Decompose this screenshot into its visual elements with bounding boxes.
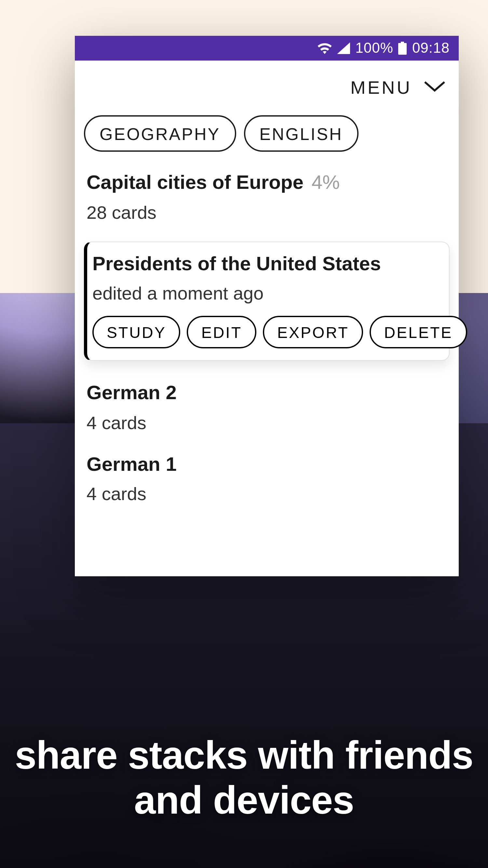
promo-tagline: share stacks with friends and devices: [0, 733, 488, 823]
export-button[interactable]: EXPORT: [263, 316, 363, 348]
menu-button-label[interactable]: MENU: [350, 78, 412, 98]
stack-subtitle: 28 cards: [87, 202, 447, 223]
stack-action-row: STUDY EDIT EXPORT DELETE: [92, 316, 444, 348]
stack-subtitle: edited a moment ago: [92, 283, 444, 304]
stack-title: German 2: [87, 380, 447, 405]
stack-list: GEOGRAPHY ENGLISH Capital cities of Euro…: [75, 103, 459, 576]
stack-item[interactable]: German 1 4 cards: [80, 440, 454, 511]
stack-item[interactable]: Capital cities of Europe 4% 28 cards: [80, 158, 454, 229]
signal-icon: [337, 42, 350, 54]
chevron-down-icon[interactable]: [424, 80, 446, 96]
stack-subtitle: 4 cards: [87, 412, 447, 433]
battery-icon: [398, 42, 407, 55]
stack-title: German 1: [87, 452, 447, 476]
stack-item[interactable]: German 2 4 cards: [80, 369, 454, 440]
phone-frame: 100% 09:18 MENU GEOGRAPHY ENGLISH Capita: [75, 36, 459, 306]
stack-title: Capital cities of Europe: [87, 171, 303, 193]
statusbar-time: 09:18: [412, 40, 450, 57]
wifi-icon: [318, 42, 332, 54]
study-button[interactable]: STUDY: [92, 316, 181, 348]
stack-progress: 4%: [312, 171, 340, 193]
device-screen: 100% 09:18 MENU GEOGRAPHY ENGLISH Capita: [75, 36, 459, 576]
delete-button[interactable]: DELETE: [370, 316, 467, 348]
tag-chip-row: GEOGRAPHY ENGLISH: [80, 115, 454, 158]
stack-subtitle: 4 cards: [87, 484, 447, 505]
android-statusbar: 100% 09:18: [75, 36, 459, 61]
edit-button[interactable]: EDIT: [187, 316, 256, 348]
status-icons: 100% 09:18: [318, 40, 450, 57]
battery-percent: 100%: [355, 40, 393, 57]
tag-chip-geography[interactable]: GEOGRAPHY: [84, 115, 236, 152]
stack-title: Presidents of the United States: [92, 251, 444, 275]
tag-chip-english[interactable]: ENGLISH: [244, 115, 358, 152]
stack-item-selected[interactable]: Presidents of the United States edited a…: [84, 241, 450, 361]
app-bar: MENU: [75, 61, 459, 103]
